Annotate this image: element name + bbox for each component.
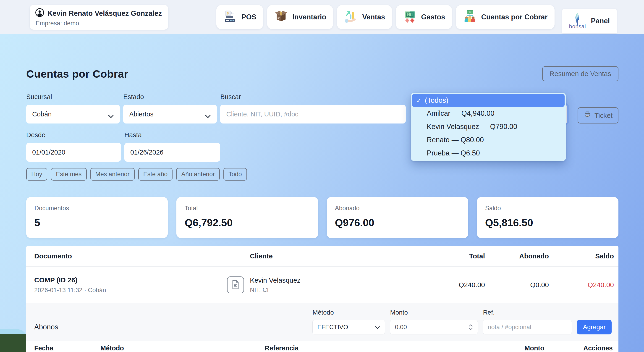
- quick-range-mes-anterior[interactable]: Mes anterior: [90, 168, 135, 180]
- header-total: Total: [428, 252, 485, 260]
- metodo-value: EFECTIVO: [317, 324, 348, 331]
- row-total: Q240.00: [428, 281, 485, 289]
- client-name: Kevin Velasquez: [250, 276, 300, 284]
- dropdown-option[interactable]: Kevin Velasquez — Q790.00: [412, 120, 564, 133]
- header-metodo: Método: [100, 344, 265, 352]
- card-label: Abonado: [335, 205, 460, 212]
- buscar-input[interactable]: [220, 105, 406, 124]
- desde-label: Desde: [26, 131, 121, 139]
- card-label: Total: [184, 205, 310, 212]
- cash-register-icon: $: [223, 9, 237, 25]
- nav-inventario-button[interactable]: Inventario: [267, 5, 333, 29]
- client-nit: NIT: CF: [250, 286, 300, 294]
- ticket-button-label: Ticket: [594, 112, 612, 120]
- monto-value: 0.00: [395, 324, 407, 331]
- card-label: Saldo: [485, 205, 610, 212]
- quick-range-todo[interactable]: Todo: [224, 168, 247, 180]
- number-stepper-icon[interactable]: [468, 324, 473, 330]
- card-documentos: Documentos 5: [26, 197, 168, 238]
- dropdown-option-todos[interactable]: ✓ (Todos): [412, 94, 564, 107]
- view-document-button[interactable]: [227, 276, 244, 293]
- cliente-con-saldo-dropdown: ✓ (Todos) Amilcar — Q4,940.00 Kevin Vela…: [411, 93, 566, 161]
- bonsai-brand-text: bonsai: [569, 24, 586, 29]
- dropdown-option[interactable]: Amilcar — Q4,940.00: [412, 107, 564, 120]
- header-documento: Documento: [34, 252, 227, 260]
- header-monto: Monto: [485, 344, 544, 352]
- nav-ventas-label: Ventas: [362, 13, 385, 21]
- user-company: Empresa: demo: [36, 20, 162, 27]
- check-icon: ✓: [416, 97, 422, 104]
- document-icon: [232, 280, 240, 290]
- dropdown-option[interactable]: Renato — Q80.00: [412, 133, 564, 146]
- quick-range-este-ano[interactable]: Este año: [138, 168, 173, 180]
- header-saldo: Saldo: [549, 252, 614, 260]
- quick-range-hoy[interactable]: Hoy: [26, 168, 47, 180]
- ticket-button[interactable]: Ticket: [578, 107, 618, 124]
- monto-label: Monto: [390, 309, 478, 316]
- abonos-section: Abonos Método EFECTIVO Monto 0.00: [26, 303, 618, 341]
- header-cliente: Cliente: [227, 252, 428, 260]
- card-saldo: Saldo Q5,816.50: [477, 197, 618, 238]
- chevron-down-icon: [205, 112, 211, 116]
- ticket-label-spacer: [578, 96, 618, 103]
- document-meta: 2026-01-13 11:32 · Cobán: [34, 287, 227, 294]
- abonos-table-header: Fecha Método Referencia Monto Acciones: [26, 341, 618, 352]
- row-saldo: Q240.00: [549, 281, 614, 289]
- resumen-de-ventas-button[interactable]: Resumen de Ventas: [542, 66, 618, 81]
- nav-pos-button[interactable]: $ POS: [216, 5, 263, 29]
- printer-icon: [584, 111, 591, 120]
- nav-gastos-button[interactable]: Gastos: [396, 5, 452, 29]
- box-icon: [274, 9, 288, 25]
- documents-table-header: Documento Cliente Total Abonado Saldo: [26, 246, 618, 267]
- agregar-button[interactable]: Agregar: [577, 320, 612, 334]
- header-acciones: Acciones: [544, 344, 613, 352]
- card-value: Q976.00: [335, 217, 460, 229]
- document-title: COMP (ID 26): [34, 276, 227, 284]
- money-people-icon: [463, 9, 477, 25]
- hasta-date-input[interactable]: [124, 143, 220, 162]
- sucursal-label: Sucursal: [26, 93, 120, 101]
- estado-select[interactable]: Abiertos: [123, 105, 217, 124]
- nav-ventas-button[interactable]: Ventas: [337, 5, 392, 29]
- table-row: COMP (ID 26) 2026-01-13 11:32 · Cobán Ke…: [26, 267, 618, 303]
- main-content: Cuentas por Cobrar Resumen de Ventas Suc…: [0, 66, 644, 352]
- dropdown-option[interactable]: Prueba — Q6.50: [412, 146, 564, 160]
- sales-hand-chart-icon: [344, 9, 358, 25]
- nav-pos-label: POS: [242, 13, 256, 21]
- estado-label: Estado: [123, 93, 217, 101]
- quick-range-buttons: Hoy Este mes Mes anterior Este año Año a…: [26, 168, 618, 180]
- page-title: Cuentas por Cobrar: [26, 68, 128, 80]
- header-referencia: Referencia: [265, 344, 485, 352]
- chevron-down-icon: [375, 324, 380, 331]
- sucursal-select[interactable]: Cobán: [26, 105, 120, 124]
- nav-panel-button[interactable]: bonsai Panel: [562, 9, 616, 33]
- documents-panel: Documento Cliente Total Abonado Saldo CO…: [26, 246, 618, 352]
- desde-date-input[interactable]: [26, 143, 121, 162]
- user-name: Kevin Renato Velásquez Gonzalez: [48, 9, 162, 18]
- ref-label: Ref.: [483, 309, 572, 316]
- svg-text:$: $: [226, 11, 229, 15]
- filters-section: Sucursal Cobán Estado Abiertos Buscar Cl…: [26, 93, 618, 180]
- bonsai-logo: bonsai: [569, 13, 586, 29]
- nav-cuentas-por-cobrar-label: Cuentas por Cobrar: [481, 13, 548, 21]
- header-abonado: Abonado: [485, 252, 549, 260]
- chevron-down-icon: [108, 112, 114, 116]
- ref-input[interactable]: [483, 320, 572, 334]
- hasta-label: Hasta: [124, 131, 220, 139]
- nav-cuentas-por-cobrar-button[interactable]: Cuentas por Cobrar: [456, 5, 554, 29]
- quick-range-este-mes[interactable]: Este mes: [51, 168, 87, 180]
- user-chip[interactable]: Kevin Renato Velásquez Gonzalez Empresa:…: [30, 5, 168, 30]
- row-abonado: Q0.00: [485, 281, 549, 289]
- card-abonado: Abonado Q976.00: [327, 197, 468, 238]
- monto-input[interactable]: 0.00: [390, 320, 478, 334]
- card-label: Documentos: [34, 205, 160, 212]
- card-value: 5: [34, 217, 160, 229]
- estado-value: Abiertos: [129, 110, 153, 118]
- nav-gastos-label: Gastos: [421, 13, 445, 21]
- card-value: Q5,816.50: [485, 217, 610, 229]
- card-total: Total Q6,792.50: [176, 197, 318, 238]
- quick-range-ano-anterior[interactable]: Año anterior: [176, 168, 220, 180]
- dropdown-selected-label: (Todos): [425, 96, 448, 104]
- metodo-select[interactable]: EFECTIVO: [312, 320, 385, 334]
- nav-inventario-label: Inventario: [292, 13, 326, 21]
